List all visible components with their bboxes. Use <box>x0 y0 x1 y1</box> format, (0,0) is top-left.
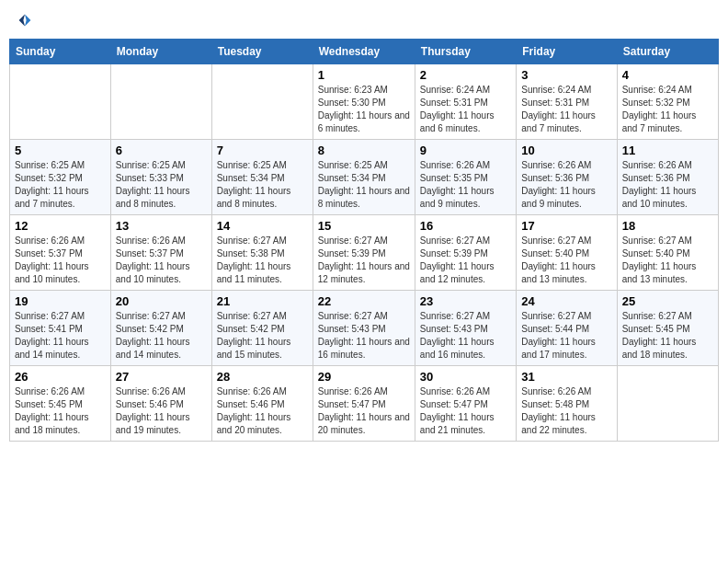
day-number: 13 <box>116 219 207 233</box>
calendar-cell: 14Sunrise: 6:27 AM Sunset: 5:38 PM Dayli… <box>211 215 313 291</box>
calendar-header-row: SundayMondayTuesdayWednesdayThursdayFrid… <box>10 40 719 64</box>
calendar-cell: 19Sunrise: 6:27 AM Sunset: 5:41 PM Dayli… <box>10 291 111 366</box>
day-number: 5 <box>15 144 106 157</box>
day-info: Sunrise: 6:26 AM Sunset: 5:48 PM Dayligh… <box>521 385 611 437</box>
day-info: Sunrise: 6:26 AM Sunset: 5:46 PM Dayligh… <box>217 385 308 437</box>
calendar-cell: 18Sunrise: 6:27 AM Sunset: 5:40 PM Dayli… <box>617 215 718 291</box>
calendar-cell: 6Sunrise: 6:25 AM Sunset: 5:33 PM Daylig… <box>110 140 211 215</box>
day-info: Sunrise: 6:27 AM Sunset: 5:39 PM Dayligh… <box>318 235 410 286</box>
day-number: 7 <box>217 144 308 157</box>
day-number: 26 <box>15 370 106 384</box>
day-number: 16 <box>420 219 511 233</box>
day-info: Sunrise: 6:23 AM Sunset: 5:30 PM Dayligh… <box>318 84 410 135</box>
day-number: 28 <box>217 370 308 384</box>
day-number: 30 <box>420 370 511 384</box>
calendar-cell: 5Sunrise: 6:25 AM Sunset: 5:32 PM Daylig… <box>10 140 111 215</box>
calendar-cell: 20Sunrise: 6:27 AM Sunset: 5:42 PM Dayli… <box>110 291 211 366</box>
day-number: 24 <box>521 294 611 308</box>
calendar-cell: 24Sunrise: 6:27 AM Sunset: 5:44 PM Dayli… <box>517 291 617 366</box>
day-number: 25 <box>622 294 713 308</box>
calendar-header-friday: Friday <box>517 40 617 64</box>
calendar-cell <box>211 64 313 140</box>
calendar-cell: 25Sunrise: 6:27 AM Sunset: 5:45 PM Dayli… <box>617 291 718 366</box>
calendar-header-thursday: Thursday <box>415 40 516 64</box>
day-number: 22 <box>318 294 410 308</box>
day-number: 31 <box>521 370 611 384</box>
day-number: 19 <box>15 294 106 308</box>
calendar-cell: 21Sunrise: 6:27 AM Sunset: 5:42 PM Dayli… <box>211 291 313 366</box>
day-number: 18 <box>622 219 713 233</box>
day-number: 3 <box>521 68 611 82</box>
svg-marker-0 <box>25 15 30 27</box>
page-header <box>9 9 719 31</box>
day-info: Sunrise: 6:27 AM Sunset: 5:44 PM Dayligh… <box>521 310 611 362</box>
logo-text <box>17 13 33 28</box>
day-info: Sunrise: 6:27 AM Sunset: 5:43 PM Dayligh… <box>420 310 511 362</box>
calendar-cell: 1Sunrise: 6:23 AM Sunset: 5:30 PM Daylig… <box>313 64 415 140</box>
calendar-header-monday: Monday <box>110 40 211 64</box>
calendar-header-wednesday: Wednesday <box>313 40 415 64</box>
day-info: Sunrise: 6:25 AM Sunset: 5:32 PM Dayligh… <box>15 159 106 211</box>
calendar-cell: 16Sunrise: 6:27 AM Sunset: 5:39 PM Dayli… <box>415 215 516 291</box>
svg-marker-1 <box>19 15 25 27</box>
calendar-cell: 27Sunrise: 6:26 AM Sunset: 5:46 PM Dayli… <box>110 366 211 442</box>
day-info: Sunrise: 6:25 AM Sunset: 5:34 PM Dayligh… <box>318 159 410 211</box>
day-info: Sunrise: 6:27 AM Sunset: 5:42 PM Dayligh… <box>217 310 308 362</box>
day-info: Sunrise: 6:24 AM Sunset: 5:31 PM Dayligh… <box>521 84 611 135</box>
calendar-cell <box>617 366 718 442</box>
day-info: Sunrise: 6:26 AM Sunset: 5:47 PM Dayligh… <box>318 385 410 437</box>
calendar-cell: 7Sunrise: 6:25 AM Sunset: 5:34 PM Daylig… <box>211 140 313 215</box>
day-number: 4 <box>622 68 713 82</box>
day-number: 9 <box>420 144 511 157</box>
day-info: Sunrise: 6:27 AM Sunset: 5:38 PM Dayligh… <box>217 235 308 286</box>
day-info: Sunrise: 6:26 AM Sunset: 5:37 PM Dayligh… <box>116 235 207 286</box>
day-number: 6 <box>116 144 207 157</box>
day-number: 15 <box>318 219 410 233</box>
day-info: Sunrise: 6:27 AM Sunset: 5:40 PM Dayligh… <box>521 235 611 286</box>
day-number: 21 <box>217 294 308 308</box>
calendar-week-row: 1Sunrise: 6:23 AM Sunset: 5:30 PM Daylig… <box>10 64 719 140</box>
day-number: 12 <box>15 219 106 233</box>
calendar-cell: 31Sunrise: 6:26 AM Sunset: 5:48 PM Dayli… <box>517 366 617 442</box>
day-info: Sunrise: 6:26 AM Sunset: 5:46 PM Dayligh… <box>116 385 207 437</box>
calendar-week-row: 19Sunrise: 6:27 AM Sunset: 5:41 PM Dayli… <box>10 291 719 366</box>
calendar-cell: 22Sunrise: 6:27 AM Sunset: 5:43 PM Dayli… <box>313 291 415 366</box>
day-info: Sunrise: 6:26 AM Sunset: 5:45 PM Dayligh… <box>15 385 106 437</box>
day-number: 2 <box>420 68 511 82</box>
calendar-cell <box>10 64 111 140</box>
calendar-cell: 15Sunrise: 6:27 AM Sunset: 5:39 PM Dayli… <box>313 215 415 291</box>
calendar-cell: 13Sunrise: 6:26 AM Sunset: 5:37 PM Dayli… <box>110 215 211 291</box>
calendar-cell: 26Sunrise: 6:26 AM Sunset: 5:45 PM Dayli… <box>10 366 111 442</box>
day-info: Sunrise: 6:27 AM Sunset: 5:43 PM Dayligh… <box>318 310 410 362</box>
day-info: Sunrise: 6:24 AM Sunset: 5:32 PM Dayligh… <box>622 84 713 135</box>
calendar-cell: 12Sunrise: 6:26 AM Sunset: 5:37 PM Dayli… <box>10 215 111 291</box>
day-info: Sunrise: 6:26 AM Sunset: 5:35 PM Dayligh… <box>420 159 511 211</box>
day-number: 10 <box>521 144 611 157</box>
calendar-cell: 9Sunrise: 6:26 AM Sunset: 5:35 PM Daylig… <box>415 140 516 215</box>
day-info: Sunrise: 6:27 AM Sunset: 5:40 PM Dayligh… <box>622 235 713 286</box>
calendar-week-row: 12Sunrise: 6:26 AM Sunset: 5:37 PM Dayli… <box>10 215 719 291</box>
logo-icon <box>17 13 32 28</box>
day-info: Sunrise: 6:27 AM Sunset: 5:39 PM Dayligh… <box>420 235 511 286</box>
calendar-week-row: 26Sunrise: 6:26 AM Sunset: 5:45 PM Dayli… <box>10 366 719 442</box>
day-number: 8 <box>318 144 410 157</box>
day-info: Sunrise: 6:26 AM Sunset: 5:47 PM Dayligh… <box>420 385 511 437</box>
day-number: 23 <box>420 294 511 308</box>
calendar-header-saturday: Saturday <box>617 40 718 64</box>
calendar-cell: 10Sunrise: 6:26 AM Sunset: 5:36 PM Dayli… <box>517 140 617 215</box>
calendar-cell: 23Sunrise: 6:27 AM Sunset: 5:43 PM Dayli… <box>415 291 516 366</box>
calendar-week-row: 5Sunrise: 6:25 AM Sunset: 5:32 PM Daylig… <box>10 140 719 215</box>
day-info: Sunrise: 6:26 AM Sunset: 5:37 PM Dayligh… <box>15 235 106 286</box>
logo <box>17 13 33 28</box>
calendar-header-sunday: Sunday <box>10 40 111 64</box>
calendar-cell: 3Sunrise: 6:24 AM Sunset: 5:31 PM Daylig… <box>517 64 617 140</box>
calendar-cell: 30Sunrise: 6:26 AM Sunset: 5:47 PM Dayli… <box>415 366 516 442</box>
calendar-cell: 8Sunrise: 6:25 AM Sunset: 5:34 PM Daylig… <box>313 140 415 215</box>
day-info: Sunrise: 6:26 AM Sunset: 5:36 PM Dayligh… <box>622 159 713 211</box>
day-info: Sunrise: 6:25 AM Sunset: 5:34 PM Dayligh… <box>217 159 308 211</box>
day-number: 27 <box>116 370 207 384</box>
calendar-cell: 29Sunrise: 6:26 AM Sunset: 5:47 PM Dayli… <box>313 366 415 442</box>
calendar-cell: 11Sunrise: 6:26 AM Sunset: 5:36 PM Dayli… <box>617 140 718 215</box>
day-info: Sunrise: 6:27 AM Sunset: 5:42 PM Dayligh… <box>116 310 207 362</box>
calendar-cell: 28Sunrise: 6:26 AM Sunset: 5:46 PM Dayli… <box>211 366 313 442</box>
